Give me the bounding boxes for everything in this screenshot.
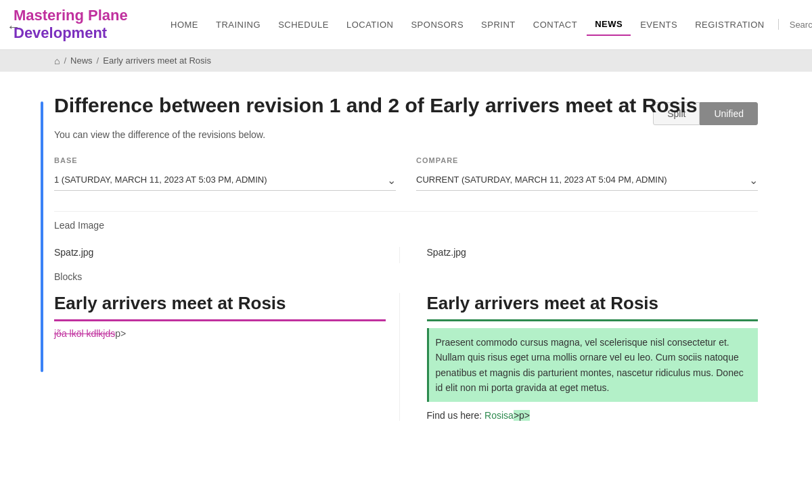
left-suffix: p> (115, 328, 126, 339)
base-chevron-icon: ⌄ (387, 174, 396, 187)
lead-image-label: Lead Image (54, 220, 758, 233)
back-button[interactable]: ← (7, 19, 20, 35)
inserted-block: Praesent commodo cursus magna, vel scele… (427, 328, 759, 403)
nav-news[interactable]: NEWS (587, 14, 631, 36)
article-diff-columns: Early arrivers meet at Rosis jõa lköl kd… (54, 293, 758, 421)
find-us-link[interactable]: Rosisa (484, 410, 514, 421)
left-filename: Spatz.jpg (54, 247, 386, 258)
nav-sponsors[interactable]: SPONSORS (403, 14, 472, 35)
base-revision-col: BASE 1 (SATURDAY, MARCH 11, 2023 AT 5:03… (54, 156, 396, 191)
logo-development: Development (14, 24, 107, 41)
logo: Mastering Plane Development (14, 7, 135, 43)
compare-label: COMPARE (416, 156, 758, 164)
diff-left-col: Spatz.jpg (54, 247, 400, 263)
unified-view-button[interactable]: Unified (700, 102, 758, 125)
logo-mastering: Mastering Plane (14, 7, 128, 24)
page-title: Difference between revision 1 and 2 of E… (54, 92, 758, 118)
inserted-text: Praesent commodo cursus magna, vel scele… (436, 337, 744, 393)
search-area: 🔍 (778, 19, 812, 30)
left-article-content: jõa lköl kdlkjdsp> (54, 328, 386, 339)
main-content: Difference between revision 1 and 2 of E… (0, 72, 812, 442)
breadcrumb: ⌂ / News / Early arrivers meet at Rosis (0, 50, 812, 72)
compare-select-text: CURRENT (SATURDAY, MARCH 11, 2023 AT 5:0… (416, 175, 667, 185)
nav-schedule[interactable]: SCHEDULE (270, 14, 337, 35)
nav-registration[interactable]: REGISTRATION (687, 14, 773, 35)
nav-sprint[interactable]: SPRINT (473, 14, 524, 35)
compare-select-wrapper[interactable]: CURRENT (SATURDAY, MARCH 11, 2023 AT 5:0… (416, 168, 758, 191)
compare-chevron-icon: ⌄ (749, 174, 758, 187)
breadcrumb-home-icon[interactable]: ⌂ (54, 55, 60, 66)
base-select-text: 1 (SATURDAY, MARCH 11, 2023 AT 5:03 PM, … (54, 175, 267, 185)
compare-revision-col: COMPARE CURRENT (SATURDAY, MARCH 11, 202… (416, 156, 758, 191)
breadcrumb-current: Early arrivers meet at Rosis (103, 55, 211, 66)
deleted-text: jõa lköl kdlkjds (54, 328, 115, 339)
nav-events[interactable]: EVENTS (632, 14, 685, 35)
page-subtitle: You can view the difference of the revis… (54, 129, 758, 140)
header: Mastering Plane Development HOME TRAININ… (0, 0, 812, 50)
search-input[interactable] (790, 20, 812, 30)
base-label: BASE (54, 156, 396, 164)
right-filename: Spatz.jpg (427, 247, 759, 258)
base-select-wrapper[interactable]: 1 (SATURDAY, MARCH 11, 2023 AT 5:03 PM, … (54, 168, 396, 191)
blocks-label: Blocks (54, 271, 82, 282)
nav-location[interactable]: LOCATION (338, 14, 402, 35)
lead-image-row: Lead Image (54, 220, 758, 233)
find-us-suffix: >p> (514, 410, 530, 421)
breadcrumb-news-link[interactable]: News (70, 55, 93, 66)
find-us-prefix: Find us here: (427, 410, 485, 421)
sidebar-line (41, 101, 43, 372)
diff-columns: Spatz.jpg Spatz.jpg (54, 247, 758, 263)
nav-home[interactable]: HOME (162, 14, 206, 35)
breadcrumb-sep2: / (97, 55, 99, 66)
nav-training[interactable]: TRAINING (208, 14, 269, 35)
article-right: Early arrivers meet at Rosis Praesent co… (420, 293, 759, 421)
diff-right-col: Spatz.jpg (420, 247, 759, 263)
breadcrumb-sep1: / (64, 55, 66, 66)
right-article-title: Early arrivers meet at Rosis (427, 293, 759, 321)
find-us-row: Find us here: Rosisa>p> (427, 410, 759, 421)
revision-row: BASE 1 (SATURDAY, MARCH 11, 2023 AT 5:03… (54, 156, 758, 191)
nav-contact[interactable]: CONTACT (525, 14, 585, 35)
left-article-title: Early arrivers meet at Rosis (54, 293, 386, 321)
blocks-label-row: Blocks (54, 271, 758, 282)
article-left: Early arrivers meet at Rosis jõa lköl kd… (54, 293, 400, 421)
main-nav: HOME TRAINING SCHEDULE LOCATION SPONSORS… (162, 14, 773, 36)
